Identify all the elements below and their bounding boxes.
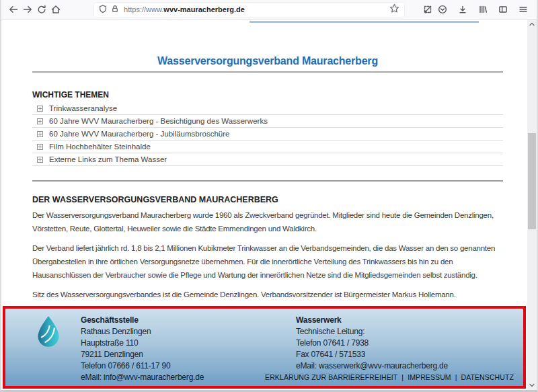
topics-heading: WICHTIGE THEMEN <box>32 90 503 100</box>
office-email-line[interactable]: eMail: info@wvv-mauracherberg.de <box>81 372 204 383</box>
footer-waterworks-column: Wasserwerk Technische Leitung: Telefon 0… <box>296 315 448 372</box>
divider <box>32 71 503 73</box>
scroll-down-arrow[interactable] <box>529 382 535 389</box>
scroll-up-arrow[interactable] <box>529 21 535 28</box>
browser-toolbar: https://www.wvv-mauracherberg.de <box>1 0 537 19</box>
topic-label: 60 Jahre WVV Mauracherberg - Jubiläumsbr… <box>49 128 229 140</box>
office-address-line: Rathaus Denzlingen <box>81 326 204 338</box>
screenshot-extension-icon[interactable] <box>422 2 434 17</box>
url-bar[interactable]: https://www.wvv-mauracherberg.de <box>94 3 404 17</box>
about-paragraph-2: Der Verband liefert jährlich rd. 1,8 bis… <box>32 241 503 282</box>
reload-icon[interactable] <box>35 2 48 17</box>
lock-icon[interactable] <box>111 3 119 15</box>
forward-icon[interactable] <box>21 2 34 17</box>
bookmark-star-icon[interactable] <box>389 3 399 16</box>
topic-link-trinkwasseranalyse[interactable]: Trinkwasseranalyse <box>32 102 503 115</box>
pocket-icon[interactable] <box>436 2 449 17</box>
home-icon[interactable] <box>49 2 62 17</box>
topic-label: Externe Links zum Thema Wasser <box>49 153 167 165</box>
office-city-line: 79211 Denzlingen <box>81 349 204 360</box>
footer-legal-links: ERKLÄRUNG ZUR BARRIEREFREIHEIT|IMPRESSUM… <box>265 373 514 381</box>
waterworks-fax-line: Fax 07641 / 571533 <box>296 349 448 360</box>
topic-label: Film Hochbehälter Steinhalde <box>49 141 151 153</box>
library-icon[interactable] <box>476 2 490 17</box>
toolbar-right-icons <box>436 2 537 17</box>
shield-icon[interactable] <box>99 3 107 15</box>
url-domain: wvv-mauracherberg.de <box>163 5 244 13</box>
footer-office-column: Geschäftsstelle Rathaus Denzlingen Haupt… <box>81 315 204 383</box>
about-heading: DER WASSERVERSORGUNGSVERBAND MAURACHERBE… <box>32 195 503 205</box>
water-drop-logo <box>35 315 62 350</box>
office-phone-line: Telefon 07666 / 611-17 90 <box>81 360 204 372</box>
footer-link-datenschutz[interactable]: DATENSCHUTZ <box>461 373 514 381</box>
waterworks-phone-line: Telefon 07641 / 7938 <box>296 338 448 349</box>
scrollbar-thumb[interactable] <box>528 133 536 229</box>
waterworks-email-line[interactable]: eMail: wasserwerk@wvv-mauracherberg.de <box>296 360 448 372</box>
topic-label: Trinkwasseranalyse <box>49 102 117 114</box>
topics-list: Trinkwasseranalyse 60 Jahre WVV Maurache… <box>32 102 503 166</box>
footer-link-accessibility[interactable]: ERKLÄRUNG ZUR BARRIEREFREIHEIT <box>265 373 397 381</box>
topic-link-film-hochbehaelter[interactable]: Film Hochbehälter Steinhalde <box>32 141 503 153</box>
url-scheme: https://www. <box>124 5 163 13</box>
sidebar-icon[interactable] <box>496 2 510 17</box>
expand-plus-icon <box>37 144 43 150</box>
about-paragraph-1: Der Wasserversorgungsverband Mauracherbe… <box>32 208 503 235</box>
waterworks-heading: Wasserwerk <box>296 315 448 326</box>
page-footer: Geschäftsstelle Rathaus Denzlingen Haupt… <box>3 306 526 389</box>
menu-hamburger-icon[interactable] <box>516 2 530 17</box>
topic-label: 60 Jahre WVV Mauracherberg - Besichtigun… <box>49 115 268 127</box>
footer-link-impressum[interactable]: IMPRESSUM <box>408 373 451 381</box>
link-separator: | <box>401 373 404 381</box>
scrollbar[interactable] <box>527 19 537 390</box>
expand-plus-icon <box>37 106 43 112</box>
divider <box>32 180 503 182</box>
expand-plus-icon <box>37 157 43 163</box>
browser-window: https://www.wvv-mauracherberg.de <box>0 0 538 392</box>
office-street-line: Hauptstraße 110 <box>81 338 204 349</box>
download-icon[interactable] <box>456 2 469 17</box>
waterworks-lead-line: Technische Leitung: <box>296 326 448 338</box>
link-separator: | <box>455 373 457 381</box>
topic-link-besichtigung[interactable]: 60 Jahre WVV Mauracherberg - Besichtigun… <box>32 115 503 128</box>
about-paragraph-3: Sitz des Wasserversorgungsverbandes ist … <box>32 288 503 301</box>
office-heading: Geschäftsstelle <box>81 315 204 326</box>
back-icon[interactable] <box>7 2 20 17</box>
topic-link-externe-links[interactable]: Externe Links zum Thema Wasser <box>32 153 503 166</box>
page-content: Wasserversorgungsverband Mauracherberg W… <box>32 19 503 307</box>
topic-link-jubilaeumsbroschuere[interactable]: 60 Jahre WVV Mauracherberg - Jubiläumsbr… <box>32 128 503 141</box>
url-text: https://www.wvv-mauracherberg.de <box>124 5 245 13</box>
expand-plus-icon <box>37 131 43 137</box>
page-title: Wasserversorgungsverband Mauracherberg <box>32 54 503 68</box>
expand-plus-icon <box>37 118 43 124</box>
